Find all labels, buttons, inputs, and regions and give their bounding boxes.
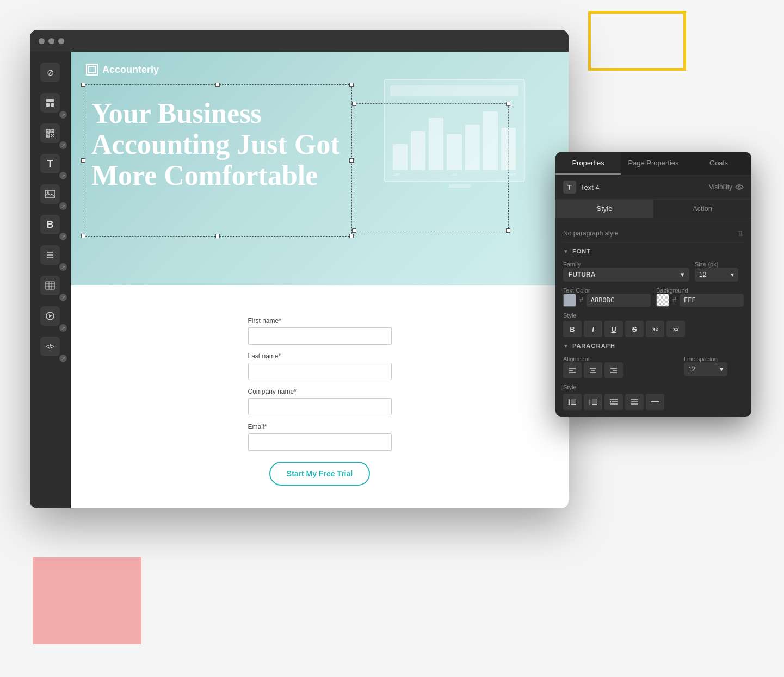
superscript-button[interactable]: x2: [646, 321, 664, 337]
align-left-button[interactable]: [563, 362, 582, 378]
sidebar-item-qr[interactable]: ↗: [35, 119, 65, 147]
list-badge: ↗: [59, 263, 67, 271]
brand-badge: ↗: [59, 233, 67, 240]
svg-rect-9: [51, 134, 52, 135]
strikethrough-button[interactable]: S: [625, 321, 644, 337]
ordered-list-button[interactable]: 1. 2. 3.: [584, 394, 602, 410]
text-color-swatch[interactable]: [563, 294, 576, 307]
image-badge: ↗: [59, 202, 67, 210]
svg-rect-11: [51, 136, 52, 137]
eye-icon: [735, 184, 744, 190]
text-badge: ↗: [59, 172, 67, 179]
subtab-style[interactable]: Style: [555, 200, 653, 218]
handle-bl: [81, 234, 85, 238]
handle-tl: [81, 83, 85, 87]
video-icon: [40, 306, 60, 326]
align-right-button[interactable]: [604, 362, 623, 378]
svg-rect-19: [46, 282, 54, 289]
chart-bar-3: [429, 118, 443, 170]
font-section-label: FONT: [572, 248, 591, 254]
para-style-arrows[interactable]: ⇅: [737, 229, 744, 238]
email-input[interactable]: [248, 433, 392, 451]
italic-button[interactable]: I: [584, 321, 602, 337]
text-color-input[interactable]: [587, 294, 651, 307]
layout-badge: ↗: [59, 111, 67, 119]
align-center-button[interactable]: [584, 362, 602, 378]
svg-rect-0: [46, 99, 54, 102]
brand-logo: Accounterly: [86, 64, 159, 76]
window-dot-1: [39, 38, 45, 44]
paragraph-section-header[interactable]: ▼ PARAGRAPH: [563, 343, 744, 349]
company-name-input[interactable]: [248, 398, 392, 415]
company-name-label: Company name*: [248, 388, 392, 395]
font-family-select[interactable]: FUTURA ▾: [563, 268, 689, 282]
table-badge: ↗: [59, 294, 67, 301]
hero-title: Your Business Accounting Just Got More C…: [91, 98, 342, 191]
visibility-control[interactable]: Visibility: [709, 183, 744, 191]
first-name-label: First name*: [248, 317, 392, 325]
indent-decrease-button[interactable]: [604, 394, 623, 410]
sidebar-item-brand[interactable]: B ↗: [35, 210, 65, 239]
indent-increase-button[interactable]: [625, 394, 644, 410]
sidebar-item-text[interactable]: T ↗: [35, 150, 65, 178]
background-col: Background #: [656, 287, 744, 307]
line-spacing-select[interactable]: 12 ▾: [684, 362, 727, 376]
bold-button[interactable]: B: [563, 321, 582, 337]
sidebar-item-layout[interactable]: ↗: [35, 89, 65, 117]
svg-rect-6: [52, 131, 53, 132]
svg-point-39: [569, 401, 570, 403]
sidebar-item-image[interactable]: ↗: [35, 180, 65, 208]
background-input[interactable]: [680, 294, 744, 307]
svg-point-37: [569, 399, 570, 401]
background-swatch[interactable]: [656, 294, 669, 307]
font-size-label: Size (px): [695, 261, 744, 268]
divider-button[interactable]: [646, 394, 664, 410]
brand-logo-icon: [86, 64, 98, 76]
unordered-list-button[interactable]: [563, 394, 582, 410]
brand-name: Accounterly: [102, 64, 159, 76]
editor-window: ⊘ ↗: [30, 30, 569, 508]
subscript-button[interactable]: x2: [666, 321, 685, 337]
font-size-col: Size (px) 12 ▾: [695, 261, 744, 282]
panel-tabs: Properties Page Properties Goals: [555, 152, 751, 175]
sidebar-item-code[interactable]: </> ↗: [35, 332, 65, 361]
sidebar-item-video[interactable]: ↗: [35, 302, 65, 330]
font-section-header[interactable]: ▼ FONT: [563, 248, 744, 254]
font-family-value: FUTURA: [569, 271, 595, 278]
svg-rect-1: [46, 103, 50, 107]
line-spacing-col: Line spacing 12 ▾: [684, 356, 744, 378]
email-group: Email*: [248, 423, 392, 451]
panel-subtabs: Style Action: [555, 200, 751, 218]
list-style-buttons: 1. 2. 3.: [563, 394, 744, 410]
chart-bar-4: [447, 134, 461, 170]
svg-rect-13: [52, 135, 53, 136]
first-name-input[interactable]: [248, 327, 392, 345]
sidebar-item-list[interactable]: ↗: [35, 241, 65, 269]
sidebar-item-table[interactable]: ↗: [35, 271, 65, 300]
line-spacing-arrow: ▾: [720, 365, 723, 373]
hero-chart-graphic: Jan Jul Dec: [384, 79, 536, 204]
tab-page-properties[interactable]: Page Properties: [621, 152, 686, 175]
chart-bar-7: [501, 128, 516, 170]
handle-ml: [81, 158, 85, 163]
window-dot-2: [48, 38, 54, 44]
style-label: Style: [563, 312, 744, 319]
chart-bar-6: [483, 111, 498, 170]
tab-goals[interactable]: Goals: [686, 152, 751, 175]
mon-handle-tl: [352, 102, 356, 106]
svg-rect-14: [45, 190, 55, 198]
font-size-select[interactable]: 12 ▾: [695, 268, 738, 282]
yellow-border-decoration: [588, 11, 686, 71]
svg-point-41: [569, 403, 570, 405]
tab-properties[interactable]: Properties: [555, 152, 621, 175]
paragraph-chevron-icon: ▼: [563, 343, 569, 349]
paragraph-style-label: Style: [563, 384, 744, 390]
last-name-input[interactable]: [248, 363, 392, 380]
subtab-action[interactable]: Action: [653, 200, 751, 218]
sidebar-item-logo[interactable]: ⊘: [35, 58, 65, 86]
text-color-hash: #: [579, 296, 583, 304]
trial-button[interactable]: Start My Free Trial: [269, 462, 370, 486]
code-badge: ↗: [59, 355, 67, 362]
underline-button[interactable]: U: [604, 321, 623, 337]
font-family-label: Family: [563, 261, 689, 268]
